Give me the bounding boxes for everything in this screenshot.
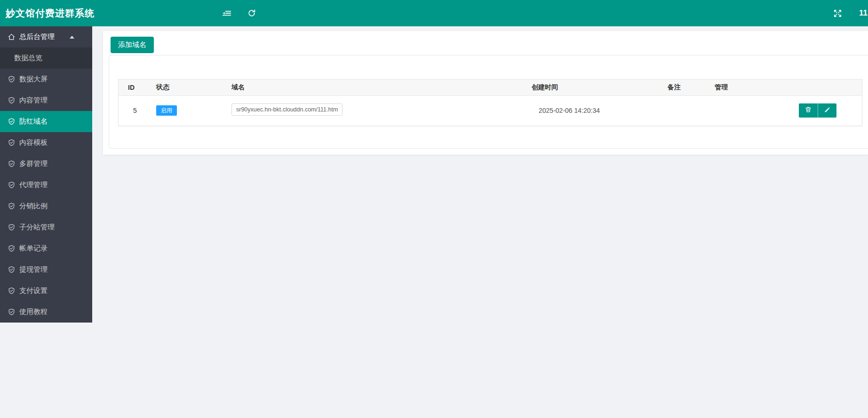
table-header-row: ID 状态 域名 创建时间 备注 管理	[119, 79, 862, 95]
sidebar-item-substation-manage[interactable]: 子分站管理	[0, 217, 92, 238]
shield-check-icon	[8, 96, 16, 104]
sidebar-item-user-tutorial[interactable]: 使用教程	[0, 301, 92, 323]
shield-check-icon	[8, 118, 16, 126]
domain-table: ID 状态 域名 创建时间 备注 管理 5 启用	[119, 79, 862, 125]
sidebar-item-label: 支付设置	[19, 286, 48, 295]
cell-created-time: 2025-02-06 14:20:34	[522, 95, 658, 125]
cell-domain: sr90yxuec.hn-bkt.clouddn.com/111.htm	[222, 95, 522, 125]
sidebar-item-content-template[interactable]: 内容模板	[0, 132, 92, 153]
shield-check-icon	[8, 75, 16, 83]
sidebar-item-label: 总后台管理	[19, 32, 55, 41]
sidebar-item-label: 使用教程	[19, 308, 48, 316]
col-header-status: 状态	[147, 79, 222, 95]
col-header-manage: 管理	[705, 79, 862, 95]
shield-check-icon	[8, 266, 16, 274]
sidebar-item-label: 防红域名	[19, 117, 48, 126]
sidebar-item-content-manage[interactable]: 内容管理	[0, 90, 92, 111]
status-badge: 启用	[156, 105, 177, 116]
sidebar-item-label: 分销比例	[19, 202, 48, 211]
shield-check-icon	[8, 139, 16, 147]
sidebar-item-distribution-ratio[interactable]: 分销比例	[0, 196, 92, 217]
shield-check-icon	[8, 160, 16, 168]
sidebar-item-bill-records[interactable]: 帐单记录	[0, 238, 92, 259]
col-header-domain: 域名	[222, 79, 522, 95]
sidebar-nav: 总后台管理 数据总览 数据大屏 内容管理 防红域名 内容模板 多群管理	[0, 26, 92, 323]
cell-remark	[658, 95, 705, 125]
sidebar-item-withdraw-manage[interactable]: 提现管理	[0, 259, 92, 280]
trash-icon	[804, 106, 812, 115]
pencil-icon	[824, 106, 831, 115]
domain-value-box[interactable]: sr90yxuec.hn-bkt.clouddn.com/111.htm	[231, 103, 342, 116]
fullscreen-icon[interactable]	[832, 8, 843, 19]
sidebar-item-label: 提现管理	[19, 265, 48, 274]
domain-list-card: ID 状态 域名 创建时间 备注 管理 5 启用	[109, 55, 868, 149]
sidebar-item-label: 内容模板	[19, 138, 48, 147]
cell-status: 启用	[147, 95, 222, 125]
header-user-text[interactable]: 11	[859, 0, 868, 26]
shield-check-icon	[8, 308, 16, 316]
shield-check-icon	[8, 244, 16, 252]
row-action-group	[799, 103, 836, 118]
app-root: 妙文馆付费进群系统 11	[0, 0, 868, 418]
refresh-icon[interactable]	[246, 8, 257, 19]
sidebar-item-label: 内容管理	[19, 96, 48, 105]
shield-check-icon	[8, 287, 16, 295]
col-header-created: 创建时间	[522, 79, 658, 95]
collapse-menu-icon[interactable]	[221, 8, 232, 19]
sidebar-item-multi-group[interactable]: 多群管理	[0, 153, 92, 174]
table-row: 5 启用 sr90yxuec.hn-bkt.clouddn.com/111.ht…	[119, 95, 862, 125]
sidebar-item-label: 数据大屏	[19, 75, 48, 84]
cell-manage	[705, 95, 862, 125]
sidebar-item-label: 帐单记录	[19, 244, 48, 253]
app-title: 妙文馆付费进群系统	[6, 0, 95, 26]
home-icon	[8, 33, 16, 41]
sidebar-item-label: 多群管理	[19, 159, 48, 168]
cell-id: 5	[119, 95, 147, 125]
shield-check-icon	[8, 223, 16, 231]
shield-check-icon	[8, 202, 16, 210]
sidebar-item-label: 代理管理	[19, 181, 48, 189]
sidebar-item-agent-manage[interactable]: 代理管理	[0, 174, 92, 196]
domain-table-panel: ID 状态 域名 创建时间 备注 管理 5 启用	[118, 79, 862, 126]
sidebar-item-antiblock-domain[interactable]: 防红域名	[0, 111, 92, 132]
shield-check-icon	[8, 181, 16, 189]
add-domain-button[interactable]: 添加域名	[111, 37, 154, 53]
col-header-id: ID	[119, 79, 147, 95]
sidebar-item-payment-settings[interactable]: 支付设置	[0, 280, 92, 301]
sidebar-item-label: 子分站管理	[19, 223, 55, 232]
sidebar-item-data-overview[interactable]: 数据总览	[0, 47, 92, 69]
sidebar-item-admin-root[interactable]: 总后台管理	[0, 26, 92, 47]
sidebar-item-data-screen[interactable]: 数据大屏	[0, 69, 92, 90]
main-content: 添加域名 ID 状态 域名 创建时间 备注	[103, 31, 868, 155]
sidebar-item-label: 数据总览	[14, 54, 42, 63]
col-header-remark: 备注	[658, 79, 705, 95]
chevron-up-icon	[70, 36, 74, 39]
app-header: 妙文馆付费进群系统 11	[0, 0, 868, 26]
delete-button[interactable]	[799, 103, 818, 118]
edit-button[interactable]	[818, 103, 836, 118]
